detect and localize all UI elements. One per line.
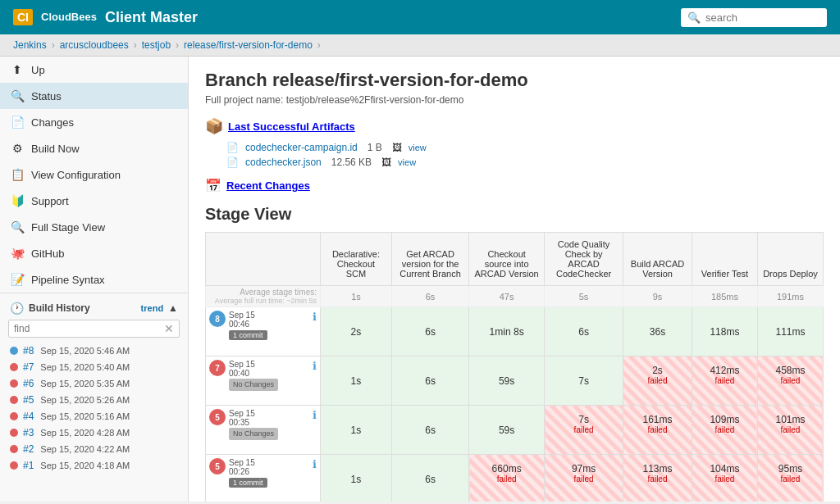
main-layout: ⬆ Up 🔍 Status 📄 Changes ⚙ Build Now 📋 Vi… [0, 57, 840, 502]
cell-value: 2s [321, 307, 391, 356]
build-number-link[interactable]: #7 [23, 361, 34, 373]
build-status-dot [10, 347, 18, 355]
recent-changes: 📅 Recent Changes [205, 178, 824, 193]
build-number-link[interactable]: #6 [23, 378, 34, 389]
cell-failed-label: failed [781, 376, 801, 385]
sidebar-label-changes: Changes [31, 116, 74, 129]
sidebar-item-view-config[interactable]: 📋 View Configuration [0, 161, 188, 188]
stage-cell-4: 2s failed [623, 356, 692, 406]
find-box[interactable]: ✕ [8, 320, 180, 338]
build-number-link[interactable]: #4 [23, 411, 34, 422]
build-date: Sep 15, 2020 5:46 AM [40, 346, 130, 356]
cell-failed-label: failed [715, 376, 735, 385]
cell-failed-label: failed [497, 474, 517, 484]
breadcrumb-testjob[interactable]: testjob [142, 39, 171, 51]
build-date: Sep 15, 2020 4:18 AM [40, 461, 130, 470]
sidebar-item-build-now[interactable]: ⚙ Build Now [0, 135, 188, 161]
search-input[interactable] [705, 11, 820, 24]
stage-cell-5: 104ms failed [692, 455, 757, 502]
recent-changes-link[interactable]: Recent Changes [226, 179, 310, 192]
stage-build-row: 5 Sep 15 00:26 1 commit ℹ 1s6s 660ms fai… [206, 455, 824, 502]
trend-link[interactable]: trend [141, 303, 164, 313]
cell-failed-value: 458ms [775, 365, 805, 376]
sidebar-label-view-config: View Configuration [31, 169, 121, 181]
build-list-item: #8 Sep 15, 2020 5:46 AM [0, 343, 188, 359]
build-info-icon[interactable]: ℹ [313, 311, 317, 323]
cell-failed-value: 2s [652, 365, 663, 376]
sidebar-item-support[interactable]: 🔰 Support [0, 188, 188, 214]
cell-failed-label: failed [648, 376, 668, 385]
artifact-view-1[interactable]: view [409, 143, 427, 152]
build-list-item: #5 Sep 15, 2020 5:26 AM [0, 392, 188, 408]
build-info-icon[interactable]: ℹ [313, 409, 317, 421]
cell-failed-value: 660ms [492, 463, 522, 474]
cell-value: 1s [321, 406, 391, 454]
collapse-icon[interactable]: ▲ [168, 302, 178, 314]
cell-value: 59s [469, 406, 544, 454]
breadcrumb-branch[interactable]: release/first-version-for-demo [184, 39, 313, 51]
build-status-dot [10, 412, 18, 420]
avg-time-cell-2: 47s [469, 286, 545, 307]
build-date-label: Sep 15 [229, 458, 267, 467]
stage-cell-0: 2s [321, 307, 392, 356]
stage-col-header-1: Get ARCAD version for the Current Branch [391, 233, 468, 286]
artifact-view-2[interactable]: view [398, 157, 416, 167]
build-info-cell: 7 Sep 15 00:40 No Changes ℹ [206, 356, 321, 406]
cell-value: 1s [321, 455, 391, 502]
cell-failed-label: failed [715, 474, 735, 484]
sidebar-item-status[interactable]: 🔍 Status [0, 83, 188, 109]
stage-cell-1: 6s [391, 307, 468, 356]
stage-col-header-0: Declarative: Checkout SCM [321, 233, 392, 286]
cell-value: 6s [392, 307, 468, 356]
breadcrumb-sep-1: › [52, 39, 55, 51]
sidebar-item-full-stage-view[interactable]: 🔍 Full Stage View [0, 214, 188, 240]
stage-cell-0: 1s [321, 406, 392, 455]
cell-failed-label: failed [574, 425, 594, 434]
build-number-link[interactable]: #1 [23, 460, 34, 471]
find-input[interactable] [14, 323, 164, 334]
build-info-icon[interactable]: ℹ [313, 360, 317, 372]
stage-cell-5: 109ms failed [692, 406, 757, 455]
sidebar-item-up[interactable]: ⬆ Up [0, 57, 188, 83]
sidebar-label-github: GitHub [31, 247, 64, 260]
stage-cell-3: 6s [545, 307, 623, 356]
build-time-label: 00:26 [229, 467, 267, 476]
build-number-link[interactable]: #2 [23, 443, 34, 455]
artifact-row-1: 📄 codechecker-campaign.id 1 B 🖼 view [205, 140, 824, 155]
stage-col-header-build [206, 233, 321, 286]
stage-cell-0: 1s [321, 356, 392, 406]
cell-value: 1min 8s [469, 307, 544, 356]
cell-value: 36s [623, 307, 692, 356]
header-title: Client Master [105, 9, 198, 26]
avg-time-cell-3: 5s [545, 286, 623, 307]
clear-find-icon[interactable]: ✕ [164, 322, 174, 335]
sidebar-item-changes[interactable]: 📄 Changes [0, 109, 188, 135]
breadcrumb-arcus[interactable]: arcuscloudbees [60, 39, 129, 51]
artifacts-link[interactable]: Last Successful Artifacts [228, 120, 355, 133]
stage-cell-4: 161ms failed [623, 406, 692, 455]
search-box[interactable]: 🔍 [681, 8, 827, 27]
build-list-item: #1 Sep 15, 2020 4:18 AM [0, 457, 188, 474]
breadcrumb-jenkins[interactable]: Jenkins [13, 39, 47, 51]
build-info-icon[interactable]: ℹ [313, 458, 317, 470]
build-commit-label: 1 commit [229, 330, 267, 340]
stage-view-title: Stage View [205, 205, 824, 224]
artifact-file-2[interactable]: codechecker.json [245, 157, 322, 168]
build-number-link[interactable]: #8 [23, 345, 34, 356]
github-icon: 🐙 [10, 246, 25, 261]
build-number-link[interactable]: #3 [23, 427, 34, 438]
build-time-label: 00:40 [229, 369, 278, 378]
breadcrumb-sep-3: › [176, 39, 179, 51]
sidebar-item-github[interactable]: 🐙 GitHub [0, 240, 188, 266]
cell-failed-value: 113ms [643, 463, 673, 474]
build-date: Sep 15, 2020 4:28 AM [40, 428, 130, 438]
build-number-link[interactable]: #5 [23, 394, 34, 406]
stage-header-row: Declarative: Checkout SCMGet ARCAD versi… [206, 233, 824, 286]
breadcrumb: Jenkins › arcuscloudbees › testjob › rel… [0, 34, 840, 57]
cell-failed-label: failed [715, 425, 735, 434]
build-list-item: #7 Sep 15, 2020 5:40 AM [0, 359, 188, 375]
cell-failed-value: 97ms [572, 463, 596, 474]
build-info-cell: 5 Sep 15 00:26 1 commit ℹ [206, 455, 321, 502]
artifact-file-1[interactable]: codechecker-campaign.id [245, 142, 358, 153]
sidebar-item-pipeline-syntax[interactable]: 📝 Pipeline Syntax [0, 266, 188, 293]
